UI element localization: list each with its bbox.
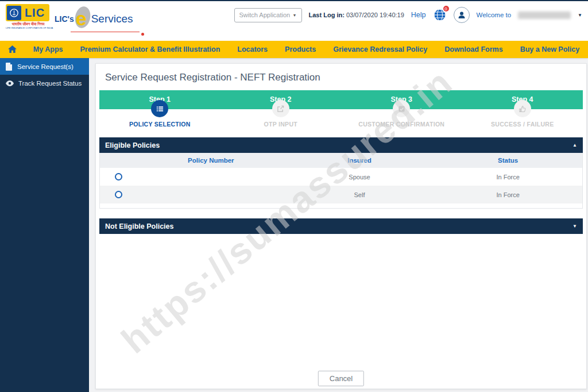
eservices-logo: LIC's e Services [55, 7, 133, 30]
sidebar-item-label: Track Request Status [18, 80, 82, 87]
eligible-policies-section: Eligible Policies ▲ Policy Number Insure… [99, 137, 583, 209]
user-name-redacted [518, 11, 571, 19]
step-1-label: POLICY SELECTION [99, 121, 220, 128]
nav-item-products[interactable]: Products [276, 45, 324, 53]
nav-item-premium-calculator[interactable]: Premium Calculator & Benefit Illustratio… [71, 45, 229, 53]
eye-icon [6, 80, 14, 86]
document-icon [6, 63, 13, 71]
lic-logo-text: LIC [21, 6, 48, 20]
step-bar: Step 1 Step 2 Step 3 Step 4 [99, 90, 583, 109]
column-header-insured: Insured [285, 157, 434, 164]
step-4-circle [514, 100, 531, 117]
last-login: Last Log in: 03/07/2020 19:40:19 [309, 11, 404, 18]
help-link[interactable]: Help [411, 11, 426, 19]
nav-item-my-apps[interactable]: My Apps [25, 45, 72, 53]
top-border [0, 0, 588, 1]
home-icon [8, 45, 17, 53]
lic-emblem-icon [7, 6, 21, 20]
step-wizard: Step 1 Step 2 Step 3 Step 4 [99, 90, 583, 128]
not-eligible-policies-section: Not Eligible Policies ▼ [99, 218, 583, 234]
step-3-label: CUSTOMER CONFIRMATION [341, 121, 462, 128]
eligible-policies-title: Eligible Policies [105, 141, 160, 149]
insured-cell: Spouse [285, 174, 434, 180]
lic-english-line: LIFE INSURANCE CORPORATION OF INDIA [6, 26, 51, 29]
thumbs-up-icon [519, 105, 526, 113]
notification-badge: 0 [442, 5, 450, 13]
lic-logo: LIC भारतीय जीवन बीमा निगम LIFE INSURANCE… [6, 4, 51, 29]
nav-item-buy-new-policy[interactable]: Buy a New Policy [512, 45, 588, 53]
page-title: Service Request Registration - NEFT Regi… [96, 64, 586, 90]
account-menu-caret-icon[interactable]: ▼ [578, 13, 582, 18]
switch-application-label: Switch Application [239, 11, 291, 18]
eservices-underline [71, 32, 140, 32]
last-login-label: Last Log in: [309, 11, 345, 18]
nav-item-grievance-policy[interactable]: Grievance Redressal Policy [324, 45, 436, 53]
step-1-circle [151, 100, 168, 117]
column-header-status: Status [434, 157, 582, 164]
step-4-label: SUCCESS / FAILURE [462, 121, 583, 128]
user-avatar[interactable] [454, 7, 470, 23]
column-header-policy-number: Policy Number [137, 157, 285, 164]
eservices-text: Services [91, 13, 133, 25]
policy-radio-2[interactable] [115, 191, 122, 198]
eligible-policies-header[interactable]: Eligible Policies ▲ [99, 137, 583, 153]
eservices-dot [141, 33, 144, 36]
nav-item-download-forms[interactable]: Download Forms [436, 45, 511, 53]
not-eligible-policies-header[interactable]: Not Eligible Policies ▼ [99, 218, 583, 234]
app-header: LIC भारतीय जीवन बीमा निगम LIFE INSURANCE… [0, 0, 588, 41]
sidebar-item-track-request-status[interactable]: Track Request Status [0, 75, 89, 91]
service-request-card: Service Request Registration - NEFT Regi… [95, 63, 587, 389]
status-cell: In Force [434, 174, 582, 180]
lic-logo-box: LIC [6, 4, 49, 21]
checkbox-icon [398, 105, 405, 113]
step-2-circle [272, 100, 289, 117]
sidebar-item-label: Service Request(s) [17, 63, 74, 70]
nav-item-locators[interactable]: Locators [229, 45, 276, 53]
table-header-row: Policy Number Insured Status [100, 153, 582, 168]
welcome-label: Welcome to [477, 11, 512, 18]
cancel-button[interactable]: Cancel [318, 371, 364, 386]
sidebar-item-service-requests[interactable]: Service Request(s) [0, 58, 89, 75]
table-row: Spouse In Force [100, 168, 582, 186]
collapse-down-icon[interactable]: ▼ [572, 224, 577, 229]
step-2-label: OTP INPUT [220, 121, 342, 128]
table-row: Self In Force [100, 186, 582, 203]
home-button[interactable] [0, 45, 25, 53]
chevron-down-icon: ▼ [293, 13, 297, 17]
switch-application-select[interactable]: Switch Application ▼ [234, 8, 302, 22]
collapse-up-icon[interactable]: ▲ [572, 143, 577, 148]
list-icon [156, 105, 164, 113]
edit-icon [277, 105, 284, 113]
status-cell: In Force [434, 191, 582, 198]
eservices-e-mark: e [73, 7, 92, 30]
table-bottom-padding [100, 203, 582, 208]
sidebar: Service Request(s) Track Request Status [0, 58, 89, 392]
notifications-globe[interactable]: 0 [433, 8, 447, 22]
lic-hindi-line: भारतीय जीवन बीमा निगम [6, 22, 51, 26]
insured-cell: Self [285, 191, 434, 198]
step-3-circle [393, 100, 410, 117]
user-icon [457, 10, 466, 20]
not-eligible-policies-title: Not Eligible Policies [105, 222, 173, 230]
eligible-policies-table: Policy Number Insured Status Spouse In F… [99, 153, 583, 209]
eservices-prefix: LIC's [55, 14, 74, 24]
policy-radio-1[interactable] [115, 173, 122, 180]
main-navbar: My Apps Premium Calculator & Benefit Ill… [0, 41, 588, 58]
last-login-value: 03/07/2020 19:40:19 [346, 11, 404, 18]
